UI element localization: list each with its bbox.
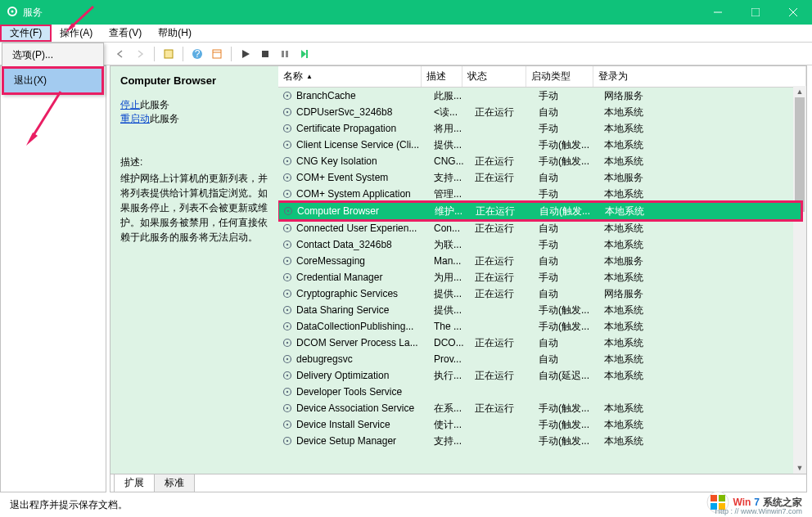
cell-start: 自动(触发...: [539, 205, 605, 218]
table-row[interactable]: Device Install Service使计...手动(触发...本地系统: [278, 416, 806, 433]
pause-button[interactable]: [276, 45, 294, 63]
table-row[interactable]: Client License Service (Cli...提供...手动(触发…: [278, 137, 806, 153]
cell-start: 自动: [539, 336, 604, 350]
col-start[interactable]: 启动类型: [526, 66, 593, 87]
cell-desc: CNG...: [434, 155, 475, 167]
menu-options[interactable]: 选项(P)...: [2, 43, 103, 67]
tab-standard[interactable]: 标准: [154, 474, 195, 492]
svg-point-62: [286, 407, 288, 409]
table-row[interactable]: CDPUserSvc_3246b8<读...正在运行自动本地系统: [278, 104, 806, 120]
gear-icon: [282, 188, 293, 200]
table-row[interactable]: BranchCache此服...手动网络服务: [278, 88, 806, 104]
cell-start: 自动(延迟...: [539, 369, 604, 383]
table-row[interactable]: Certificate Propagation将用...手动本地系统: [278, 120, 806, 137]
cell-start: 手动(触发...: [539, 434, 604, 448]
table-row[interactable]: Developer Tools Service: [278, 384, 806, 400]
cell-name: DCOM Server Process La...: [296, 337, 434, 348]
statusbar: 退出程序并提示保存文档。: [5, 496, 807, 514]
cell-desc: 为用...: [434, 271, 475, 285]
col-logon[interactable]: 登录为: [593, 66, 806, 87]
table-row[interactable]: debugregsvcProv...自动本地系统: [278, 351, 806, 367]
table-row[interactable]: CoreMessagingMan...正在运行自动本地服务: [278, 253, 806, 269]
table-row[interactable]: Data Sharing Service提供...手动(触发...本地系统: [278, 302, 806, 318]
col-desc[interactable]: 描述: [422, 66, 462, 87]
table-row[interactable]: Cryptographic Services提供...正在运行自动网络服务: [278, 285, 806, 302]
cell-name: debugregsvc: [296, 353, 434, 365]
refresh-button[interactable]: [208, 45, 226, 63]
svg-point-1: [11, 10, 14, 12]
cell-logon: 本地系统: [604, 271, 806, 285]
scroll-down-icon[interactable]: ▼: [793, 462, 806, 474]
cell-desc: <读...: [434, 106, 475, 119]
cell-status: 正在运行: [475, 171, 539, 185]
table-row[interactable]: Connected User Experien...Con...正在运行自动本地…: [278, 220, 806, 236]
maximize-button[interactable]: [737, 0, 774, 25]
table-row[interactable]: DCOM Server Process La...DCO...正在运行自动本地系…: [278, 335, 806, 351]
cell-status: 正在运行: [475, 222, 539, 236]
menu-help[interactable]: 帮助(H): [150, 25, 200, 42]
table-row[interactable]: Credential Manager为用...正在运行手动本地系统: [278, 269, 806, 285]
cell-status: 正在运行: [475, 254, 539, 268]
table-row[interactable]: Device Setup Manager支持...手动(触发...本地系统: [278, 433, 806, 449]
col-status[interactable]: 状态: [462, 66, 526, 87]
forward-button[interactable]: [131, 45, 149, 63]
close-button[interactable]: [774, 0, 812, 25]
scroll-up-icon[interactable]: ▲: [793, 86, 806, 97]
vertical-scrollbar[interactable]: ▲ ▼: [793, 86, 806, 474]
play-button[interactable]: [237, 45, 255, 63]
gear-icon: [282, 321, 293, 332]
gear-icon: [282, 172, 293, 183]
table-row[interactable]: CNG Key IsolationCNG...正在运行手动(触发...本地系统: [278, 153, 806, 169]
properties-button[interactable]: [160, 45, 178, 63]
menu-view[interactable]: 查看(V): [101, 25, 150, 42]
cell-start: 自动: [539, 106, 604, 119]
cell-logon: 本地系统: [604, 138, 806, 152]
table-row[interactable]: COM+ Event System支持...正在运行自动本地服务: [278, 169, 806, 186]
info-column: Computer Browser 停止此服务 重启动此服务 描述: 维护网络上计…: [111, 66, 278, 474]
scrollbar-thumb[interactable]: [795, 97, 805, 212]
svg-point-56: [286, 358, 288, 360]
cell-start: 手动: [539, 238, 604, 252]
svg-text:?: ?: [195, 48, 201, 60]
cell-name: Developer Tools Service: [296, 386, 434, 398]
cell-status: 正在运行: [475, 106, 539, 119]
svg-point-66: [286, 440, 288, 442]
cell-start: 自动: [539, 287, 604, 301]
cell-logon: 本地系统: [604, 303, 806, 317]
svg-point-48: [286, 293, 288, 294]
back-button[interactable]: [111, 45, 129, 63]
svg-rect-13: [213, 50, 221, 58]
cell-desc: 此服...: [434, 89, 475, 103]
desc-body: 维护网络上计算机的更新列表，并将列表提供给计算机指定浏览。如果服务停止，列表不会…: [120, 171, 268, 245]
minimize-button[interactable]: [699, 0, 737, 25]
menu-file[interactable]: 文件(F): [0, 25, 52, 42]
stop-button[interactable]: [256, 45, 274, 63]
gear-icon: [282, 435, 293, 447]
cell-start: 手动: [539, 122, 604, 136]
cell-status: 正在运行: [476, 205, 539, 218]
cell-name: COM+ System Application: [296, 188, 434, 200]
table-row[interactable]: Contact Data_3246b8为联...手动本地系统: [278, 236, 806, 253]
menu-action[interactable]: 操作(A): [52, 25, 101, 42]
svg-point-58: [286, 375, 288, 376]
table-row[interactable]: DataCollectionPublishing...The ...手动(触发.…: [278, 318, 806, 335]
restart-link[interactable]: 重启动: [120, 113, 150, 124]
table-row[interactable]: Device Association Service在系...正在运行手动(触发…: [278, 400, 806, 416]
help-button[interactable]: ?: [188, 45, 206, 63]
gear-icon: [282, 288, 293, 299]
table-row[interactable]: Delivery Optimization执行...正在运行自动(延迟...本地…: [278, 367, 806, 384]
restart-button[interactable]: [295, 45, 314, 63]
menu-exit[interactable]: 退出(X): [2, 66, 104, 95]
svg-point-24: [286, 95, 288, 97]
stop-link[interactable]: 停止: [120, 99, 140, 110]
gear-icon: [282, 139, 293, 151]
sort-asc-icon: ▲: [306, 73, 313, 80]
svg-rect-18: [286, 51, 288, 57]
cell-desc: Prov...: [434, 353, 475, 365]
table-row[interactable]: Computer Browser维护...正在运行自动(触发...本地系统: [278, 200, 803, 222]
cell-logon: 本地系统: [604, 369, 806, 383]
tab-extended[interactable]: 扩展: [114, 474, 155, 492]
svg-point-28: [286, 128, 288, 129]
table-row[interactable]: COM+ System Application管理...手动本地系统: [278, 186, 806, 202]
col-name[interactable]: 名称 ▲: [278, 66, 422, 87]
